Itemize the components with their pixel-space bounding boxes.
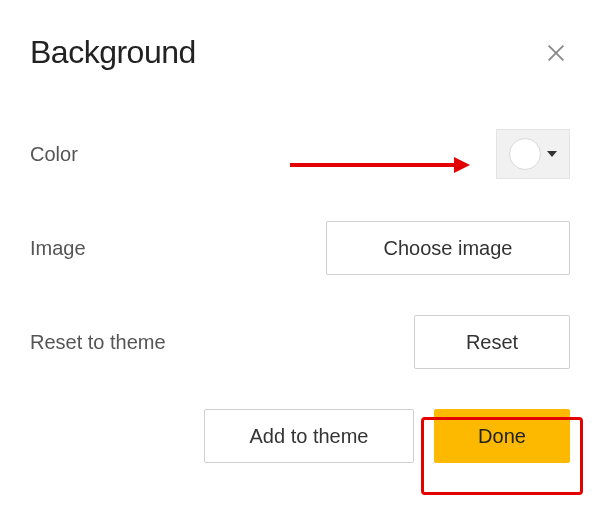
x-icon [545,42,567,64]
reset-label: Reset to theme [30,331,166,354]
color-swatch-icon [509,138,541,170]
color-label: Color [30,143,78,166]
choose-image-button[interactable]: Choose image [326,221,570,275]
color-row: Color [30,127,570,181]
image-label: Image [30,237,86,260]
dialog-footer: Add to theme Done [30,409,570,463]
dialog-header: Background [30,34,570,71]
color-picker-button[interactable] [496,129,570,179]
reset-row: Reset to theme Reset [30,315,570,369]
dialog-title: Background [30,34,196,71]
chevron-down-icon [547,151,557,157]
background-dialog: Background Color Image Choose image Rese… [0,0,600,493]
add-to-theme-button[interactable]: Add to theme [204,409,414,463]
done-button[interactable]: Done [434,409,570,463]
close-icon[interactable] [542,39,570,67]
reset-button[interactable]: Reset [414,315,570,369]
image-row: Image Choose image [30,221,570,275]
